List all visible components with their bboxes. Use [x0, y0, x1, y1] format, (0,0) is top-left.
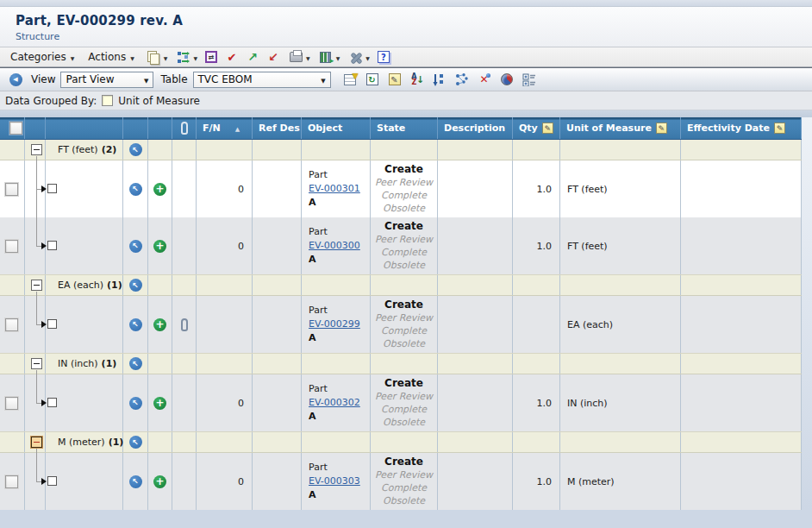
navigate-group-icon[interactable]: [129, 279, 142, 292]
structure-navigate-button[interactable]: [174, 49, 191, 66]
header-object[interactable]: Object: [302, 117, 371, 139]
view-label: View: [31, 73, 55, 85]
collapse-group-button-highlighted[interactable]: [31, 437, 42, 448]
collapse-group-button[interactable]: [31, 144, 42, 155]
chevron-down-icon[interactable]: [164, 52, 168, 63]
collapse-tree-button[interactable]: [431, 72, 448, 88]
row-checkbox[interactable]: [5, 475, 18, 488]
uom-cell[interactable]: M (meter): [560, 453, 681, 510]
navigate-icon[interactable]: [129, 183, 142, 196]
categories-menu[interactable]: Categories: [5, 49, 79, 65]
effectivity-cell[interactable]: [681, 374, 802, 431]
actions-menu[interactable]: Actions: [83, 49, 139, 65]
group-row-in: IN (inch)(1): [0, 353, 802, 374]
navigate-icon[interactable]: [129, 240, 142, 253]
expand-structure-button[interactable]: [47, 241, 57, 250]
collapse-group-button[interactable]: [31, 358, 42, 369]
add-icon[interactable]: [153, 318, 166, 331]
chevron-down-icon[interactable]: [193, 52, 197, 63]
navigate-icon[interactable]: [129, 397, 142, 410]
expand-all-button[interactable]: [521, 72, 538, 88]
state-cell: Create Peer Review Complete Obsolete: [371, 296, 438, 353]
collapse-group-button[interactable]: [31, 280, 42, 291]
expand-structure-button[interactable]: [47, 319, 57, 329]
header-ref-des[interactable]: Ref Des: [253, 117, 302, 139]
row-checkbox[interactable]: [5, 240, 18, 253]
navigate-group-icon[interactable]: [129, 436, 142, 449]
filter-button[interactable]: [341, 72, 359, 88]
header-qty[interactable]: Qty: [513, 117, 560, 139]
uom-cell[interactable]: EA (each): [560, 296, 681, 353]
qty-cell[interactable]: 1.0: [513, 374, 560, 431]
collapse-panel-button[interactable]: [7, 72, 24, 88]
header-effectivity[interactable]: Effectivity Date: [681, 117, 802, 139]
header-tree-cell: [25, 117, 46, 139]
promote-button[interactable]: [244, 49, 261, 66]
view-select[interactable]: Part View: [60, 72, 153, 88]
refresh-button[interactable]: [364, 72, 381, 88]
chevron-down-icon[interactable]: [365, 52, 370, 63]
uom-cell[interactable]: IN (inch): [560, 374, 681, 431]
object-link[interactable]: EV-000299: [309, 317, 360, 331]
row-checkbox[interactable]: [5, 397, 18, 410]
header-attachment-cell[interactable]: [172, 117, 197, 139]
navigate-group-icon[interactable]: [129, 143, 142, 156]
expand-structure-button[interactable]: [47, 476, 57, 486]
row-checkbox[interactable]: [5, 183, 18, 196]
chevron-down-icon[interactable]: [336, 52, 340, 63]
uom-cell[interactable]: FT (feet): [560, 217, 681, 274]
select-all-checkbox[interactable]: [9, 122, 22, 135]
qty-cell[interactable]: [513, 296, 560, 353]
expand-structure-button[interactable]: [47, 398, 57, 407]
edit-pencil-icon[interactable]: [542, 123, 553, 134]
approve-button[interactable]: [223, 49, 240, 66]
edit-pencil-icon[interactable]: [656, 123, 667, 134]
header-description[interactable]: Description: [438, 117, 513, 139]
header-uom[interactable]: Unit of Measure: [560, 117, 681, 139]
export-button[interactable]: [317, 49, 334, 66]
row-checkbox[interactable]: [5, 318, 18, 331]
qty-cell[interactable]: 1.0: [513, 160, 560, 217]
expand-structure-button[interactable]: [47, 184, 57, 193]
navigate-icon[interactable]: [129, 318, 142, 331]
effectivity-cell[interactable]: [681, 453, 802, 510]
object-link[interactable]: EV-000303: [309, 475, 360, 488]
object-link[interactable]: EV-000301: [309, 182, 360, 196]
navigate-group-icon[interactable]: [129, 357, 142, 370]
copy-button[interactable]: [145, 49, 162, 66]
attachment-paperclip-icon[interactable]: [181, 318, 188, 331]
header-fn[interactable]: F/N: [197, 117, 253, 139]
mass-edit-button[interactable]: [386, 72, 403, 88]
add-icon[interactable]: [153, 183, 166, 196]
effectivity-cell[interactable]: [681, 160, 802, 217]
add-icon[interactable]: [153, 475, 166, 488]
page-title: Part, EV-000299 rev. A: [16, 13, 812, 28]
edit-pencil-icon[interactable]: [774, 123, 785, 134]
demote-button[interactable]: [265, 49, 282, 66]
group-by-checkbox[interactable]: [102, 95, 113, 106]
object-link[interactable]: EV-000302: [309, 396, 360, 410]
uom-cell[interactable]: FT (feet): [560, 160, 681, 217]
add-icon[interactable]: [153, 240, 166, 253]
expand-tree-button[interactable]: [453, 72, 471, 88]
sync-compare-button[interactable]: [203, 49, 220, 66]
table-select[interactable]: TVC EBOM: [193, 72, 331, 88]
qty-cell[interactable]: 1.0: [513, 217, 560, 274]
print-button[interactable]: [287, 49, 304, 66]
tools-button[interactable]: [347, 49, 364, 66]
object-link[interactable]: EV-000300: [309, 239, 360, 253]
chevron-down-icon[interactable]: [306, 52, 310, 63]
qty-cell[interactable]: 1.0: [513, 453, 560, 510]
effectivity-cell[interactable]: [681, 296, 802, 353]
chart-button[interactable]: [498, 72, 515, 88]
effectivity-cell[interactable]: [681, 217, 802, 274]
header-state[interactable]: State: [371, 117, 438, 139]
group-row-ft: FT (feet)(2): [0, 140, 802, 160]
navigate-icon[interactable]: [129, 475, 142, 488]
add-icon[interactable]: [153, 397, 166, 410]
state-cell: Create Peer Review Complete Obsolete: [371, 217, 438, 274]
tree-arrow-icon: [41, 242, 47, 249]
sort-button[interactable]: [409, 72, 426, 88]
help-button[interactable]: [375, 49, 392, 66]
remove-marker-button[interactable]: [476, 72, 493, 88]
